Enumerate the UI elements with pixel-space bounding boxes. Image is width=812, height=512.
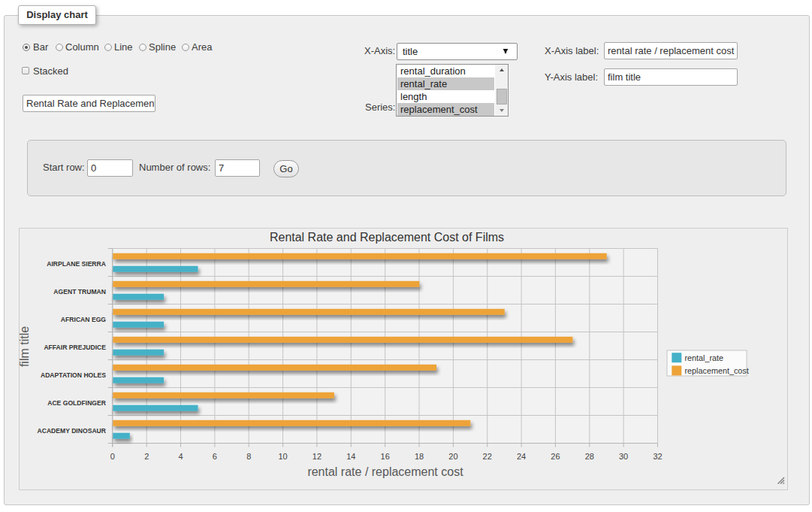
svg-text:4: 4 [178, 452, 183, 461]
svg-text:rental rate / replacement cost: rental rate / replacement cost [307, 465, 463, 478]
svg-text:ADAPTATION HOLES: ADAPTATION HOLES [41, 371, 106, 379]
svg-text:12: 12 [312, 452, 321, 461]
svg-text:16: 16 [381, 452, 390, 461]
svg-text:AFFAIR PREJUDICE: AFFAIR PREJUDICE [44, 344, 106, 351]
svg-text:ACADEMY DINOSAUR: ACADEMY DINOSAUR [37, 427, 106, 435]
svg-text:14: 14 [346, 452, 355, 461]
svg-text:rental_rate: rental_rate [685, 353, 724, 362]
svg-text:6: 6 [213, 452, 217, 461]
svg-text:replacement_cost: replacement_cost [685, 366, 749, 375]
svg-text:20: 20 [448, 452, 457, 461]
svg-text:ACE GOLDFINGER: ACE GOLDFINGER [47, 399, 107, 407]
svg-text:0: 0 [110, 452, 115, 461]
svg-text:2: 2 [144, 452, 149, 461]
svg-text:10: 10 [278, 452, 287, 461]
svg-text:AIRPLANE SIERRA: AIRPLANE SIERRA [47, 260, 106, 268]
svg-text:30: 30 [619, 452, 628, 461]
svg-text:AFRICAN EGG: AFRICAN EGG [61, 316, 106, 323]
svg-text:28: 28 [585, 452, 594, 461]
svg-text:22: 22 [483, 452, 492, 461]
svg-text:Rental Rate and Replacement Co: Rental Rate and Replacement Cost of Film… [270, 231, 504, 244]
svg-text:8: 8 [246, 452, 251, 461]
svg-text:32: 32 [653, 452, 662, 461]
svg-text:18: 18 [415, 452, 424, 461]
svg-text:film title: film title [19, 326, 31, 367]
svg-text:26: 26 [551, 452, 560, 461]
svg-text:24: 24 [517, 452, 526, 461]
svg-text:AGENT TRUMAN: AGENT TRUMAN [53, 288, 106, 295]
